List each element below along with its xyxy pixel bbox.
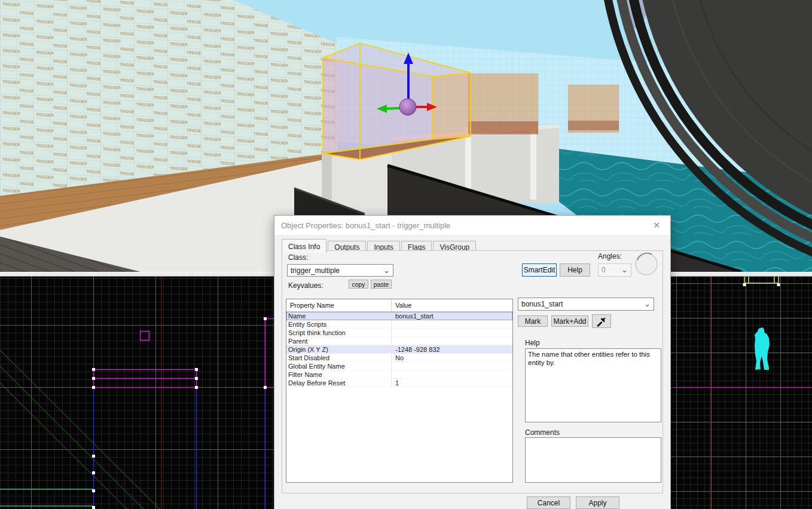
gizmo-origin-sphere[interactable]	[399, 99, 416, 115]
chevron-down-icon: ⌄	[621, 267, 628, 273]
paste-button[interactable]: paste	[371, 280, 392, 289]
table-row[interactable]: Filter Name	[286, 370, 512, 379]
selection-handles[interactable]	[92, 317, 267, 509]
keyvalues-label: Keyvalues:	[288, 281, 323, 290]
player-model-silhouette	[755, 327, 770, 370]
entity-name-value: bonus1_start	[521, 300, 563, 308]
table-row[interactable]: Origin (X Y Z)-1248 -928 832	[286, 345, 512, 354]
comments-input[interactable]	[525, 437, 661, 483]
entity-name-combobox[interactable]: bonus1_start ⌄	[518, 298, 654, 311]
chevron-down-icon: ⌄	[644, 301, 651, 307]
selected-brush-2d	[94, 318, 274, 388]
angles-label: Angles:	[598, 252, 622, 260]
dialog-titlebar[interactable]: Object Properties: bonus1_start - trigge…	[274, 216, 670, 235]
help-section-label: Help	[525, 339, 540, 347]
table-row[interactable]: Namebonus1_start	[286, 312, 512, 320]
column-header-value: Value	[392, 299, 512, 311]
mark-add-button[interactable]: Mark+Add	[551, 315, 588, 327]
help-button[interactable]: Help	[560, 263, 590, 277]
table-row[interactable]: Entity Scripts	[286, 320, 512, 329]
table-row[interactable]: Start DisabledNo	[286, 354, 512, 362]
help-text-box: The name that other entities refer to th…	[525, 348, 661, 422]
hammer-editor-screen: TRIGGER TRIGGER	[0, 0, 812, 509]
comments-label: Comments	[525, 428, 560, 437]
cancel-button[interactable]: Cancel	[527, 496, 570, 509]
angles-combobox[interactable]: 0 ⌄	[598, 263, 631, 277]
angle-dial[interactable]	[634, 252, 659, 277]
help-text: The name that other entities refer to th…	[528, 351, 650, 366]
keyvalues-table[interactable]: Property Name Value Namebonus1_start Ent…	[286, 299, 513, 483]
angles-value: 0	[602, 266, 606, 274]
smartedit-button[interactable]: SmartEdit	[522, 263, 557, 277]
pick-entity-button[interactable]	[592, 314, 611, 328]
concrete-seam	[530, 125, 536, 200]
selected-brush-2d-side	[744, 277, 779, 283]
mark-button[interactable]: Mark	[518, 315, 548, 327]
object-properties-dialog: Object Properties: bonus1_start - trigge…	[274, 215, 671, 509]
dialog-title: Object Properties: bonus1_start - trigge…	[281, 221, 450, 230]
class-combobox-value: trigger_multiple	[291, 266, 340, 275]
tab-class-info[interactable]: Class Info	[282, 239, 326, 253]
chevron-down-icon: ⌄	[383, 268, 390, 274]
copy-button[interactable]: copy	[349, 280, 368, 289]
class-label: Class:	[288, 253, 308, 262]
keyvalues-header: Property Name Value	[286, 299, 512, 312]
eyedropper-icon	[596, 316, 607, 327]
table-row[interactable]: Delay Before Reset1	[286, 379, 512, 387]
table-row[interactable]: Global Entity Name	[286, 362, 512, 370]
class-info-panel: Class: trigger_multiple ⌄ Keyvalues: cop…	[282, 250, 663, 493]
apply-button[interactable]: Apply	[576, 496, 619, 509]
table-row[interactable]: Script think function	[286, 329, 512, 337]
class-combobox[interactable]: trigger_multiple ⌄	[287, 264, 393, 277]
column-header-property: Property Name	[286, 299, 392, 311]
table-row[interactable]: Parent	[286, 337, 512, 345]
close-icon[interactable]: ✕	[650, 219, 663, 231]
